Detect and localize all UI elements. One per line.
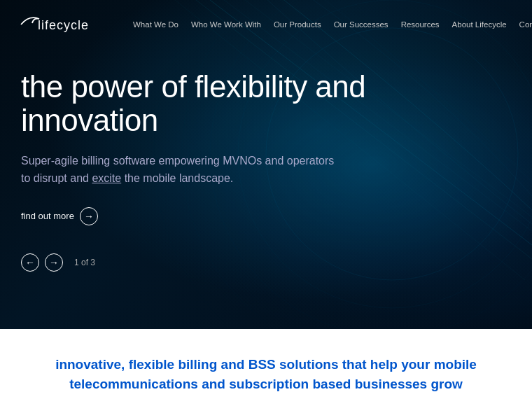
nav-contact-us[interactable]: Contact Us	[519, 20, 532, 29]
hero-subtitle-part2: the mobile landscape.	[121, 172, 233, 184]
hero-title: the power of flexibility and innovation	[21, 70, 385, 138]
find-out-more-arrow-icon[interactable]: →	[80, 207, 98, 225]
nav-who-we-work-with[interactable]: Who We Work With	[191, 20, 261, 29]
slider-prev-button[interactable]: ←	[21, 253, 39, 272]
find-out-more-label: find out more	[21, 211, 74, 221]
main-nav: What We Do Who We Work With Our Products…	[133, 20, 532, 29]
nav-our-products[interactable]: Our Products	[274, 20, 321, 29]
svg-text:lifecycle: lifecycle	[38, 18, 89, 32]
nav-about-lifecycle[interactable]: About Lifecycle	[452, 20, 507, 29]
hero-content: the power of flexibility and innovation …	[21, 70, 385, 272]
slider-controls: ← → 1 of 3	[21, 253, 385, 272]
nav-resources[interactable]: Resources	[401, 20, 440, 29]
logo-svg: lifecycle	[14, 12, 112, 37]
hero-subtitle-highlight: excite	[92, 172, 121, 184]
nav-what-we-do[interactable]: What We Do	[133, 20, 178, 29]
hero-subtitle: Super-agile billing software empowering …	[21, 152, 343, 188]
slider-count: 1 of 3	[74, 258, 95, 267]
slider-next-button[interactable]: →	[45, 253, 63, 272]
logo[interactable]: lifecycle	[14, 12, 112, 37]
site-header: lifecycle What We Do Who We Work With Ou…	[0, 0, 532, 49]
hero-section: lifecycle What We Do Who We Work With Ou…	[0, 0, 532, 329]
bottom-tagline: innovative, flexible billing and BSS sol…	[28, 355, 504, 393]
find-out-more-link[interactable]: find out more →	[21, 207, 385, 225]
nav-our-successes[interactable]: Our Successes	[334, 20, 388, 29]
bottom-section: innovative, flexible billing and BSS sol…	[0, 329, 532, 420]
